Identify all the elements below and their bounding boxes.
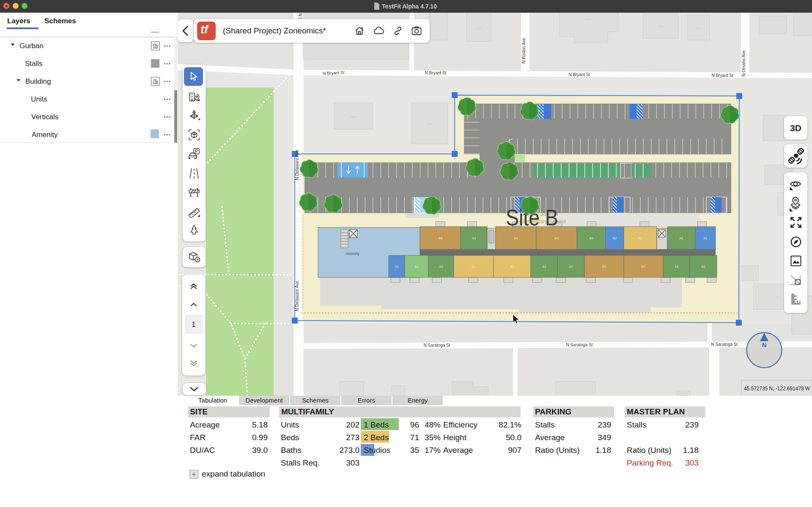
svg-text:S2: S2 [395,265,398,269]
svg-text:2215: 2215 [658,25,664,28]
svg-text:N Bryant St: N Bryant St [711,73,733,78]
svg-text:N Boston Ave: N Boston Ave [521,38,526,63]
svg-text:N Omaha Ave: N Omaha Ave [741,50,746,77]
svg-text:2303: 2303 [696,27,702,30]
svg-text:B2: B2 [510,265,514,269]
svg-text:B3: B3 [554,236,558,240]
svg-text:Amenity: Amenity [346,252,360,256]
svg-text:B3: B3 [602,265,606,269]
svg-text:B3: B3 [642,265,645,269]
svg-text:A2: A2 [675,265,678,269]
svg-text:B2: B2 [613,236,617,240]
svg-text:2207: 2207 [775,296,781,299]
svg-text:N Saratoga St: N Saratoga St [424,343,450,348]
svg-text:A3: A3 [472,236,476,240]
svg-text:N Bryant St: N Bryant St [425,71,446,75]
svg-text:B1: B1 [638,236,642,240]
svg-text:N Delaware Ave: N Delaware Ave [295,281,299,311]
svg-text:2420: 2420 [427,123,433,125]
svg-text:A3: A3 [439,265,443,269]
svg-text:B2: B2 [472,265,475,269]
svg-text:S1: S1 [703,236,707,240]
svg-text:N Bryant St: N Bryant St [568,72,590,77]
svg-text:N Saratoga St: N Saratoga St [711,342,738,347]
svg-text:45.572735 N, -122.691478 W: 45.572735 N, -122.691478 W [744,385,810,392]
svg-text:4515: 4515 [351,115,357,118]
svg-text:N Saratoga St: N Saratoga St [566,343,593,347]
svg-text:B3: B3 [514,236,518,240]
svg-text:A1: A1 [414,265,418,269]
svg-text:2219: 2219 [585,18,591,21]
svg-text:P: P [195,149,198,153]
svg-text:A2: A2 [569,265,573,269]
svg-text:1805: 1805 [476,27,482,30]
svg-text:N Delaware Ave: N Delaware Ave [295,150,299,180]
svg-text:A3: A3 [589,236,593,240]
svg-text:B3: B3 [438,236,442,240]
svg-text:A2: A2 [679,236,683,240]
svg-text:A3: A3 [542,265,546,269]
svg-text:N: N [762,341,767,348]
svg-text:A2: A2 [701,265,705,269]
